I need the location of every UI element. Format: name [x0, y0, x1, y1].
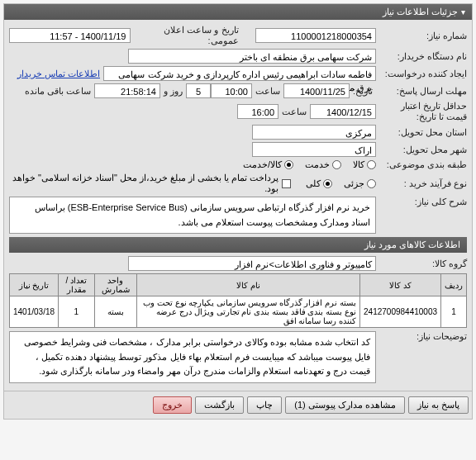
remain-days: 5	[186, 83, 211, 98]
buy-type-label: نوع فرآیند خرید :	[376, 178, 467, 189]
province-value: مرکزی	[252, 125, 376, 140]
deadline-date-label: تاریخ:	[353, 86, 373, 97]
notes-text: کد انتخاب شده مشابه بوده وکالای درخواستی…	[9, 331, 376, 383]
org-value: شرکت سهامی برق منطقه ای باختر	[128, 49, 376, 64]
back-button[interactable]: بازگشت	[195, 396, 244, 414]
radio-full-dot	[323, 179, 332, 188]
th-qty: تعداد / مقدار	[59, 274, 94, 296]
need-no-value: 1100001218000354	[255, 28, 376, 43]
notes-label: توضیحات نیاز:	[376, 331, 467, 342]
summary-label: شرح کلی نیاز:	[376, 197, 467, 207]
print-button[interactable]: چاپ	[247, 396, 282, 414]
creator-label: ایجاد کننده درخواست:	[376, 69, 467, 79]
contact-link[interactable]: اطلاعات تماس خریدار	[17, 69, 100, 79]
remain-tail: ساعت باقی مانده	[25, 86, 91, 97]
radio-full-label: کلی	[306, 178, 321, 189]
radio-full[interactable]: کلی	[306, 178, 332, 189]
city-value: اراک	[252, 142, 376, 157]
radio-partial[interactable]: جزئی	[344, 178, 376, 189]
radio-service-label: خدمت	[305, 159, 330, 170]
cell-unit: بسته	[94, 296, 137, 328]
radio-service[interactable]: خدمت	[305, 159, 341, 170]
need-no-label: شماره نیاز:	[376, 31, 467, 41]
items-section-title: اطلاعات کالاهای مورد نیاز	[9, 237, 467, 253]
radio-partial-label: جزئی	[344, 178, 364, 189]
panel-title: جزئیات اطلاعات نیاز	[4, 4, 472, 20]
org-label: نام دستگاه خریدار:	[376, 51, 467, 62]
th-row: ردیف	[441, 274, 467, 296]
city-label: شهر محل تحویل:	[376, 145, 467, 155]
group-label: گروه کالا:	[376, 258, 467, 269]
summary-text: خرید نرم افزار گذرگاه ارتباطی سرویس سازم…	[9, 197, 376, 234]
cell-row: 1	[441, 296, 467, 328]
radio-goods-dot	[367, 160, 376, 169]
th-name: نام کالا	[137, 274, 360, 296]
remain-time: 21:58:14	[94, 83, 160, 98]
radio-service-dot	[332, 160, 341, 169]
valid-time-label: ساعت	[282, 107, 307, 117]
pay-note: پرداخت تمام یا بخشی از مبلغ خرید،از محل …	[9, 173, 278, 194]
radio-goods[interactable]: کالا	[353, 159, 376, 170]
valid-date: 1400/12/15	[310, 104, 376, 119]
buy-type-radio-group: جزئی کلی	[306, 178, 376, 189]
pay-checkbox[interactable]	[282, 179, 291, 188]
deadline-time-label: ساعت	[255, 86, 280, 97]
announce-label: تاریخ و ساعت اعلان عمومی:	[134, 25, 239, 46]
deadline-date: 1400/11/25	[283, 83, 350, 98]
creator-value: فاطمه سادات ابراهیمی رئیس اداره کارپرداز…	[103, 66, 376, 81]
main-panel: جزئیات اطلاعات نیاز شماره نیاز: 11000012…	[3, 3, 473, 420]
deadline-time: 10:00	[211, 83, 252, 98]
th-date: تاریخ نیاز	[10, 274, 59, 296]
cell-code: 2412700984410003	[360, 296, 441, 328]
category-radio-group: کالا خدمت کالا/خدمت	[243, 159, 376, 170]
province-label: استان محل تحویل:	[376, 127, 467, 138]
panel-body: شماره نیاز: 1100001218000354 تاریخ و ساع…	[4, 20, 472, 391]
valid-label: حداقل تاریخ اعتبار قیمت تا تاریخ:	[376, 101, 467, 122]
radio-partial-dot	[367, 179, 376, 188]
th-code: کد کالا	[360, 274, 441, 296]
valid-time: 16:00	[237, 104, 278, 119]
category-label: طبقه بندی موضوعی:	[376, 159, 467, 170]
radio-goods-service[interactable]: کالا/خدمت	[243, 159, 293, 170]
radio-goods-service-dot	[284, 160, 293, 169]
attachments-button[interactable]: مشاهده مدارک پیوستی (1)	[285, 396, 405, 414]
group-value: کامپیوتر و فناوری اطلاعات>نرم افزار	[128, 256, 376, 271]
exit-button[interactable]: خروج	[153, 396, 192, 414]
cell-name: بسته نرم افزار گذرگاه سرویس سازمانی یکپا…	[137, 296, 360, 328]
th-unit: واحد شمارش	[94, 274, 137, 296]
radio-goods-service-label: کالا/خدمت	[243, 159, 282, 170]
items-table: ردیف کد کالا نام کالا واحد شمارش تعداد /…	[9, 273, 467, 328]
bottom-bar: پاسخ به نیاز مشاهده مدارک پیوستی (1) چاپ…	[4, 391, 472, 419]
cell-date: 1401/03/18	[10, 296, 59, 328]
remain-days-label: روز و	[164, 86, 183, 97]
radio-goods-label: کالا	[353, 159, 364, 170]
reply-button[interactable]: پاسخ به نیاز	[408, 396, 469, 414]
announce-value: 1400/11/19 - 11:57	[9, 28, 130, 43]
deadline-label: مهلت ارسال پاسخ:	[376, 86, 467, 97]
table-row: 1 2412700984410003 بسته نرم افزار گذرگاه…	[10, 296, 467, 328]
cell-qty: 1	[59, 296, 94, 328]
